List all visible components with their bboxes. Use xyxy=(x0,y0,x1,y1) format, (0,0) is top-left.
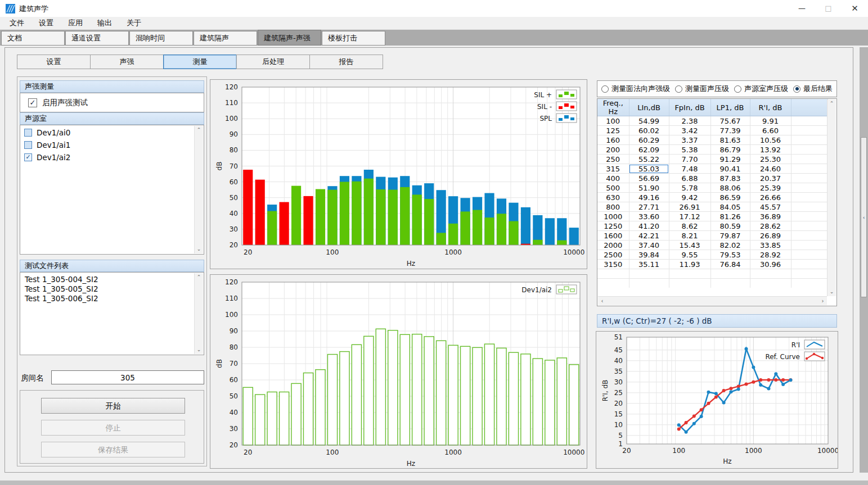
radio-option-3[interactable]: 最后结果 xyxy=(793,84,833,94)
sub-tab-3[interactable]: 后处理 xyxy=(236,55,310,69)
table-horizontal-scrollbar[interactable]: ‹ › xyxy=(598,296,827,305)
main-tab-5[interactable]: 楼板打击 xyxy=(322,31,385,46)
table-cell[interactable]: 200 xyxy=(597,145,629,155)
table-cell[interactable]: 1600 xyxy=(597,231,629,241)
table-cell[interactable]: 26.66 xyxy=(750,193,791,202)
table-row[interactable]: 10054.992.3875.679.91 xyxy=(597,116,827,126)
table-cell[interactable]: 82.02 xyxy=(710,241,750,250)
close-button[interactable]: ✕ xyxy=(842,0,868,17)
source-room-channel-list[interactable]: Dev1/ai0 Dev1/ai1 ✓ Dev1/ai2 ⌃ ⌄ xyxy=(20,125,204,255)
table-cell[interactable]: 315 xyxy=(597,164,629,174)
save-results-button[interactable]: 保存结果 xyxy=(41,442,185,457)
scroll-down-icon[interactable]: ⌄ xyxy=(195,346,203,354)
channel-item-2[interactable]: ✓ Dev1/ai2 xyxy=(24,152,204,162)
table-cell[interactable]: 2500 xyxy=(597,250,629,260)
table-cell[interactable]: 41.20 xyxy=(629,221,669,231)
test-file-list[interactable]: Test 1_305-004_SI2Test 1_305-005_SI2Test… xyxy=(20,272,204,355)
table-cell[interactable]: 7.48 xyxy=(669,164,710,174)
table-row[interactable]: 16060.293.3781.6310.56 xyxy=(597,135,827,145)
table-cell[interactable]: 75.67 xyxy=(710,116,750,126)
table-cell[interactable]: 10.56 xyxy=(750,135,791,145)
table-cell[interactable]: 800 xyxy=(597,202,629,212)
table-cell[interactable]: 30.96 xyxy=(750,260,791,269)
table-cell[interactable] xyxy=(791,145,827,155)
table-cell[interactable]: 84.05 xyxy=(710,202,750,212)
table-cell[interactable]: 25.30 xyxy=(750,155,791,164)
sub-tab-1[interactable]: 声强 xyxy=(90,55,164,69)
test-file-item-2[interactable]: Test 1_305-006_SI2 xyxy=(25,294,204,303)
table-row[interactable]: 63049.169.4286.5926.66 xyxy=(597,193,827,202)
table-row[interactable]: 160042.218.2179.8726.89 xyxy=(597,231,827,241)
scroll-down-icon[interactable]: ⌄ xyxy=(195,245,203,253)
table-cell[interactable]: 7.70 xyxy=(669,155,710,164)
scroll-left-icon[interactable]: ‹ xyxy=(598,297,606,305)
table-cell[interactable]: 9.91 xyxy=(750,116,791,126)
table-cell[interactable]: 3.37 xyxy=(669,135,710,145)
table-cell[interactable]: 33.60 xyxy=(629,212,669,221)
table-cell[interactable]: 81.63 xyxy=(710,135,750,145)
radio-icon[interactable] xyxy=(675,85,682,93)
table-cell[interactable] xyxy=(791,164,827,174)
sub-tab-4[interactable]: 报告 xyxy=(309,55,383,69)
scroll-up-icon[interactable]: ⌃ xyxy=(195,273,203,282)
start-button[interactable]: 开始 xyxy=(41,398,185,414)
menu-item-2[interactable]: 应用 xyxy=(61,17,90,29)
table-cell[interactable] xyxy=(791,231,827,241)
radio-option-0[interactable]: 测量面法向声强级 xyxy=(601,84,670,94)
table-cell[interactable]: 500 xyxy=(597,183,629,193)
table-cell[interactable]: 77.39 xyxy=(710,126,750,135)
table-cell[interactable]: 9.55 xyxy=(669,250,710,260)
table-cell[interactable]: 100 xyxy=(597,116,629,126)
table-cell[interactable]: 55.03 xyxy=(629,164,669,174)
table-row[interactable]: 25055.227.7091.2925.30 xyxy=(597,155,827,164)
table-cell[interactable]: 28.62 xyxy=(750,221,791,231)
table-row[interactable]: 80027.7126.9184.0545.57 xyxy=(597,202,827,212)
table-cell[interactable]: 45.57 xyxy=(750,202,791,212)
table-cell[interactable] xyxy=(791,250,827,260)
table-cell[interactable]: 15.43 xyxy=(669,241,710,250)
table-cell[interactable] xyxy=(791,126,827,135)
channel-checkbox[interactable] xyxy=(24,141,32,149)
table-cell[interactable]: 11.93 xyxy=(669,260,710,269)
table-row[interactable]: 50051.905.7888.0625.39 xyxy=(597,183,827,193)
table-cell[interactable] xyxy=(791,135,827,145)
radio-icon[interactable] xyxy=(734,85,741,93)
main-tab-4[interactable]: 建筑隔声-声强 xyxy=(258,30,321,46)
menu-item-0[interactable]: 文件 xyxy=(2,17,32,29)
enable-intensity-row[interactable]: ✓ 启用声强测试 xyxy=(20,93,204,112)
table-row[interactable]: 40056.696.8887.8320.37 xyxy=(597,174,827,183)
table-cell[interactable]: 54.99 xyxy=(629,116,669,126)
maximize-button[interactable]: □ xyxy=(815,0,842,17)
room-name-input[interactable] xyxy=(51,370,204,384)
table-cell[interactable]: 6.88 xyxy=(669,174,710,183)
table-cell[interactable]: 62.09 xyxy=(629,145,669,155)
table-cell[interactable]: 39.84 xyxy=(629,250,669,260)
table-cell[interactable]: 20.37 xyxy=(750,174,791,183)
table-cell[interactable]: 8.21 xyxy=(669,231,710,241)
table-cell[interactable]: 3.42 xyxy=(669,126,710,135)
table-cell[interactable]: 2.38 xyxy=(669,116,710,126)
table-cell[interactable]: 56.69 xyxy=(629,174,669,183)
table-cell[interactable]: 80.59 xyxy=(710,221,750,231)
scroll-up-icon[interactable]: ⌃ xyxy=(827,99,836,108)
table-cell[interactable]: 8.62 xyxy=(669,221,710,231)
table-row[interactable]: 125041.208.6280.5928.62 xyxy=(597,221,827,231)
table-cell[interactable] xyxy=(791,241,827,250)
table-cell[interactable]: 79.53 xyxy=(710,250,750,260)
table-cell[interactable]: 60.29 xyxy=(629,135,669,145)
table-cell[interactable]: 35.11 xyxy=(629,260,669,269)
main-tab-2[interactable]: 混响时间 xyxy=(129,31,193,46)
table-cell[interactable]: 6.60 xyxy=(750,126,791,135)
table-cell[interactable]: 91.29 xyxy=(710,155,750,164)
table-cell[interactable]: 88.06 xyxy=(710,183,750,193)
table-cell[interactable]: 26.89 xyxy=(750,231,791,241)
table-cell[interactable] xyxy=(791,174,827,183)
table-cell[interactable]: 5.78 xyxy=(669,183,710,193)
table-cell[interactable]: 17.12 xyxy=(669,212,710,221)
table-cell[interactable]: 26.91 xyxy=(669,202,710,212)
table-cell[interactable]: 60.02 xyxy=(629,126,669,135)
test-file-item-1[interactable]: Test 1_305-005_SI2 xyxy=(25,285,204,293)
minimize-button[interactable]: — xyxy=(789,0,815,17)
table-cell[interactable]: 28.92 xyxy=(750,250,791,260)
table-cell[interactable]: 3150 xyxy=(597,260,629,269)
